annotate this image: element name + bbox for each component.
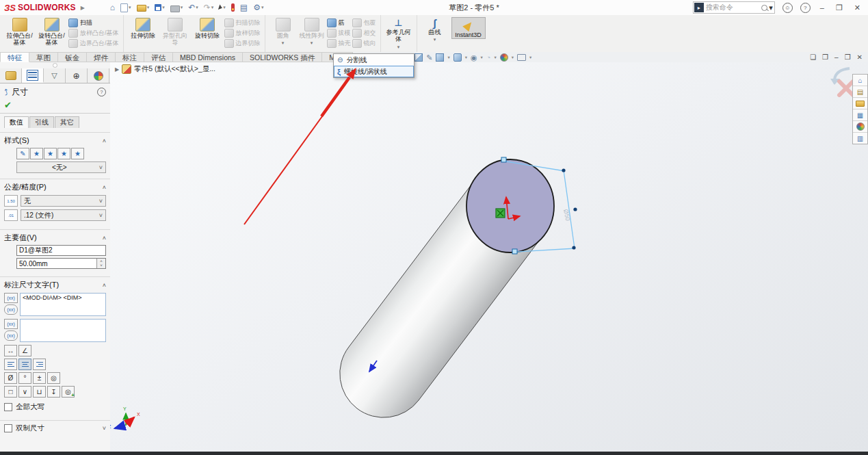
sweep-button[interactable]: 扫描 [68,18,119,27]
extrude-boss-button[interactable]: 拉伸凸台/基体 [4,17,35,47]
menu-item-split-line[interactable]: ⊖ 分割线 [334,54,414,66]
plusminus-symbol-button[interactable]: ± [33,372,46,384]
mirror-button[interactable]: 镜向 [352,39,376,48]
hole-callout-button[interactable]: ◎ [47,372,60,384]
section-view-icon[interactable] [415,53,423,62]
menu-expand-icon[interactable]: ▶ [81,5,85,11]
dimension-name-field[interactable]: D1@草图2 [16,245,106,256]
wrap-button[interactable]: 包覆 [352,18,376,27]
tab-weldments[interactable]: 焊件 [87,52,116,62]
panel-splitter-grip[interactable] [0,62,110,68]
doc-window-icon-right[interactable]: ❐ [822,53,828,61]
revolve-cut-button[interactable]: 旋转切除 [192,17,223,39]
ok-checkmark-button[interactable]: ✔ [4,100,12,110]
boundary-boss-button[interactable]: 边界凸台/基体 [68,39,119,48]
dim-text-icon[interactable]: (xx) [4,293,18,303]
curves-button[interactable]: ∫ 曲线 ▾ [421,17,449,42]
style-dropdown[interactable]: <无> ˅ [16,161,106,173]
tab-evaluate[interactable]: 评估 [144,52,173,62]
print-button[interactable]: ▾ [168,3,185,13]
fixed-point-marker[interactable] [496,209,505,218]
hide-show-items-icon[interactable]: ◉ [471,53,477,62]
collapse-icon[interactable]: ˄ [103,138,106,144]
extrude-cut-button[interactable]: 拉伸切除 [128,17,159,39]
collapse-icon[interactable]: ˄ [103,235,106,242]
home-button[interactable]: ⌂ [108,3,117,12]
dimension-text-input-2[interactable] [20,319,106,342]
dim-text-oval-icon-2[interactable]: (xx) [4,330,18,341]
dim-text-oval-icon[interactable]: (xx) [4,304,18,315]
custom-properties-tab[interactable]: ▥ [853,133,867,144]
subtab-other[interactable]: 其它 [55,116,79,128]
panel-help-button[interactable]: ? [97,88,106,96]
dimension-grip[interactable] [572,246,575,249]
design-library-tab[interactable]: ▤ [853,86,867,98]
style-save-button[interactable]: ★ [57,148,70,159]
file-explorer-tab[interactable] [853,98,867,109]
style-load-button[interactable]: ★ [71,148,84,159]
reference-geometry-button[interactable]: ⊥ 参考几何体 ▾ [385,17,412,50]
square-symbol-button[interactable]: □ [4,386,17,398]
align-left-button[interactable] [4,359,17,370]
doc-restore-icon[interactable]: ❐ [845,53,851,61]
menu-item-helix-spiral[interactable]: ξ 螺旋线/涡状线 [334,66,414,77]
subtab-value[interactable]: 数值 [4,116,29,128]
dimension-value-field[interactable]: 50.00mm ˄˅ [16,258,106,269]
display-style-icon[interactable] [453,53,462,62]
dimension-handle[interactable] [501,157,506,162]
report-button[interactable]: ▤ [238,3,250,12]
loft-cut-button[interactable]: 放样切除 [224,29,261,38]
select-button[interactable]: ▾ [217,4,228,11]
linear-pattern-button[interactable]: 线性阵列 ▾ [298,17,326,46]
flyout-expand-icon[interactable]: ▶ [115,66,119,73]
view-settings-icon[interactable] [517,54,526,61]
tab-sketch[interactable]: 草图 [29,52,58,62]
countersink-symbol-button[interactable]: ∨ [18,386,31,398]
search-commands-box[interactable]: ▸ 搜索命令 ▾ [693,1,775,14]
depth-symbol-button[interactable]: ↧ [47,386,60,398]
redo-button[interactable]: ↷▾ [202,3,216,12]
collapse-icon[interactable]: ˄ [103,184,106,191]
appearances-tab[interactable] [853,121,867,133]
tab-mbd-dimensions[interactable]: MBD Dimensions [173,52,243,62]
precision-dropdown[interactable]: .12 (文件) ˅ [21,209,106,221]
dual-dimension-checkbox[interactable] [4,424,12,432]
angle-text-button[interactable]: ∠ [18,345,31,356]
cylinder-top-face-selected[interactable] [466,159,554,252]
property-manager-tab[interactable] [22,68,44,83]
flyout-feature-tree[interactable]: ▶ 零件5 (默认<<默认>_显... [115,64,215,74]
hole-wizard-button[interactable]: 异型孔向导 [160,17,191,47]
apply-scene-icon[interactable] [500,53,508,62]
save-button[interactable]: ▾ [153,3,167,12]
instant3d-toggle[interactable]: Instant3D [451,17,486,39]
doc-minimize-icon[interactable]: – [834,53,839,61]
more-symbols-button[interactable]: ◎+ [62,386,75,398]
performance-button[interactable] [229,3,237,12]
style-default-button[interactable]: ✎ [16,148,29,159]
edit-appearance-icon[interactable]: ◔ [486,53,491,62]
dimension-grip[interactable] [562,168,565,172]
minimize-button[interactable]: – [818,3,826,12]
doc-close-icon[interactable]: ✕ [857,53,863,61]
configuration-manager-tab[interactable]: ▽ [44,68,66,83]
align-center-button[interactable] [18,359,31,370]
view-orientation-icon[interactable] [436,53,444,62]
restore-button[interactable]: ❐ [834,3,845,12]
diameter-symbol-button[interactable]: Ø [4,372,17,384]
dimxpert-manager-tab[interactable]: ⊕ [66,68,88,83]
dimension-grip[interactable] [573,207,577,211]
shell-button[interactable]: 抽壳 [327,39,351,48]
feature-manager-tab[interactable] [0,68,22,83]
help-button[interactable]: ? [800,3,811,13]
dynamic-annotation-icon[interactable]: ✎ [426,53,432,62]
tab-addins[interactable]: SOLIDWORKS 插件 [243,52,322,62]
options-button[interactable]: ⚙▾ [251,3,265,12]
tab-markup[interactable]: 标注 [116,52,144,62]
dimension-handle[interactable] [512,249,517,254]
horizontal-text-button[interactable]: ↔ [4,345,17,356]
open-button[interactable]: ▾ [135,3,152,12]
tab-features[interactable]: 特征 [0,52,29,62]
style-delete-button[interactable]: ★ [44,148,57,159]
tolerance-dropdown[interactable]: 无 ˅ [21,195,106,207]
subtab-leaders[interactable]: 引线 [29,116,54,128]
